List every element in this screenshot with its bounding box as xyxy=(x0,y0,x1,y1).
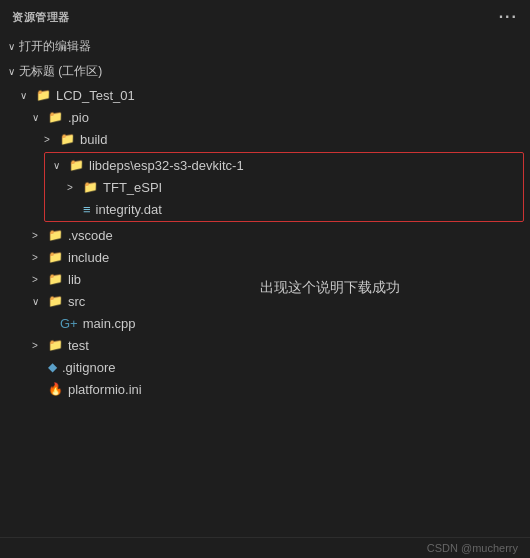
folder-icon: 📁 xyxy=(36,88,51,102)
libdeps-label: libdeps\esp32-s3-devkitc-1 xyxy=(89,158,244,173)
folder-libdeps[interactable]: ∨ 📁 libdeps\esp32-s3-devkitc-1 xyxy=(45,154,523,176)
more-options-button[interactable]: ··· xyxy=(499,8,518,26)
open-editors-label: 打开的编辑器 xyxy=(19,38,91,55)
open-editors-section[interactable]: ∨ 打开的编辑器 xyxy=(0,34,530,59)
test-label: test xyxy=(68,338,89,353)
gitignore-icon: ◆ xyxy=(48,360,57,374)
folder-src[interactable]: ∨ 📁 src xyxy=(0,290,530,312)
footer-text: CSDN @mucherry xyxy=(427,542,518,554)
lib-arrow: > xyxy=(32,274,44,285)
platformio-icon: 🔥 xyxy=(48,382,63,396)
pio-arrow: ∨ xyxy=(32,112,44,123)
build-label: build xyxy=(80,132,107,147)
vscode-label: .vscode xyxy=(68,228,113,243)
lcd-test-arrow: ∨ xyxy=(20,90,32,101)
lib-folder-icon: 📁 xyxy=(48,272,63,286)
lcd-test-label: LCD_Test_01 xyxy=(56,88,135,103)
folder-tft-espi[interactable]: > 📁 TFT_eSPI xyxy=(45,176,523,198)
libdeps-folder-icon: 📁 xyxy=(69,158,84,172)
test-folder-icon: 📁 xyxy=(48,338,63,352)
file-platformio-ini[interactable]: > 🔥 platformio.ini xyxy=(0,378,530,400)
pio-label: .pio xyxy=(68,110,89,125)
open-editors-arrow: ∨ xyxy=(8,41,15,52)
cpp-icon: G+ xyxy=(60,316,78,331)
tft-folder-icon: 📁 xyxy=(83,180,98,194)
include-folder-icon: 📁 xyxy=(48,250,63,264)
ini-label: platformio.ini xyxy=(68,382,142,397)
dat-icon: ≡ xyxy=(83,202,91,217)
folder-lib[interactable]: > 📁 lib xyxy=(0,268,530,290)
folder-build[interactable]: > 📁 build xyxy=(0,128,530,150)
cpp-label: main.cpp xyxy=(83,316,136,331)
build-arrow: > xyxy=(44,134,56,145)
folder-test[interactable]: > 📁 test xyxy=(0,334,530,356)
test-arrow: > xyxy=(32,340,44,351)
libdeps-arrow: ∨ xyxy=(53,160,65,171)
dat-label: integrity.dat xyxy=(96,202,162,217)
src-arrow: ∨ xyxy=(32,296,44,307)
file-main-cpp[interactable]: > G+ main.cpp xyxy=(0,312,530,334)
include-arrow: > xyxy=(32,252,44,263)
lib-label: lib xyxy=(68,272,81,287)
explorer-container: 资源管理器 ··· ∨ 打开的编辑器 ∨ 无标题 (工作区) ∨ 📁 LCD_T… xyxy=(0,0,530,558)
folder-vscode[interactable]: > 📁 .vscode xyxy=(0,224,530,246)
folder-lcd-test-01[interactable]: ∨ 📁 LCD_Test_01 xyxy=(0,84,530,106)
gitignore-label: .gitignore xyxy=(62,360,115,375)
vscode-arrow: > xyxy=(32,230,44,241)
src-folder-icon: 📁 xyxy=(48,294,63,308)
vscode-folder-icon: 📁 xyxy=(48,228,63,242)
workspace-section[interactable]: ∨ 无标题 (工作区) xyxy=(0,59,530,84)
tft-arrow: > xyxy=(67,182,79,193)
folder-pio[interactable]: ∨ 📁 .pio xyxy=(0,106,530,128)
workspace-arrow: ∨ xyxy=(8,66,15,77)
pio-folder-icon: 📁 xyxy=(48,110,63,124)
tft-label: TFT_eSPI xyxy=(103,180,162,195)
footer: CSDN @mucherry xyxy=(0,537,530,558)
src-label: src xyxy=(68,294,85,309)
folder-include[interactable]: > 📁 include xyxy=(0,246,530,268)
file-gitignore[interactable]: > ◆ .gitignore xyxy=(0,356,530,378)
workspace-label: 无标题 (工作区) xyxy=(19,63,102,80)
explorer-header: 资源管理器 ··· xyxy=(0,0,530,34)
file-integrity-dat[interactable]: > ≡ integrity.dat xyxy=(45,198,523,220)
explorer-title: 资源管理器 xyxy=(12,10,70,25)
build-folder-icon: 📁 xyxy=(60,132,75,146)
highlight-section: ∨ 📁 libdeps\esp32-s3-devkitc-1 > 📁 TFT_e… xyxy=(44,152,524,222)
file-tree: ∨ 📁 LCD_Test_01 ∨ 📁 .pio > 📁 build ∨ 📁 l… xyxy=(0,84,530,537)
include-label: include xyxy=(68,250,109,265)
